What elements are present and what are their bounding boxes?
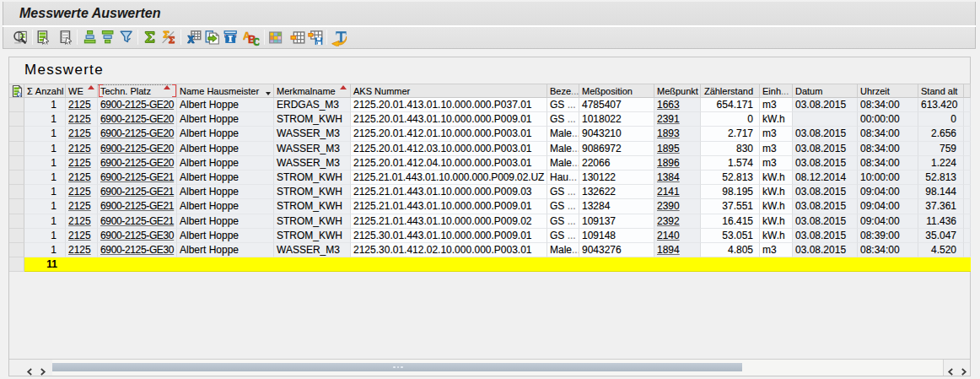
svg-text:C: C (253, 36, 260, 46)
